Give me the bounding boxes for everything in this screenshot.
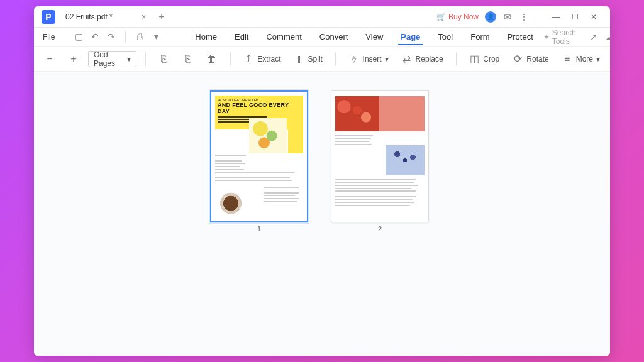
- separator: [125, 31, 126, 43]
- buy-now-label: Buy Now: [448, 13, 479, 21]
- tab-comment[interactable]: Comment: [258, 30, 309, 44]
- replace-icon: ⇄: [401, 53, 413, 65]
- maximize-button[interactable]: ☐: [566, 9, 584, 25]
- insert-icon: ⎀: [348, 53, 360, 65]
- buy-now-link[interactable]: 🛒 Buy Now: [436, 13, 479, 21]
- rotate-icon: ⟳: [512, 53, 523, 65]
- zoom-out-button[interactable]: −: [40, 51, 59, 67]
- page-number: 2: [378, 225, 382, 233]
- search-tools[interactable]: ✦ Search Tools: [543, 28, 582, 46]
- title-bar: P 02 Fruits.pdf * × + 🛒 Buy Now 👤 ✉ ⋮ — …: [34, 6, 610, 28]
- insert-page-button[interactable]: ⎘: [155, 51, 174, 67]
- separator: [538, 11, 538, 23]
- notification-icon[interactable]: ✉: [502, 12, 513, 22]
- add-tab-button[interactable]: +: [152, 11, 170, 23]
- page1-title: AND FEEL GOOD EVERY DAY: [218, 102, 301, 114]
- close-tab-icon[interactable]: ×: [142, 12, 147, 21]
- minimize-button[interactable]: —: [547, 9, 565, 25]
- tab-convert[interactable]: Convert: [312, 30, 356, 44]
- tab-protect[interactable]: Protect: [500, 30, 541, 44]
- page-copy-icon: ⎘: [182, 53, 194, 65]
- kebab-menu-icon[interactable]: ⋮: [519, 12, 529, 22]
- separator: [230, 52, 231, 66]
- trash-icon: 🗑: [206, 53, 218, 65]
- page1-sidebar: [288, 118, 303, 153]
- document-tab[interactable]: 02 Fruits.pdf * ×: [59, 8, 152, 26]
- page-grid: HOW TO EAT HEALTHY AND FEEL GOOD EVERY D…: [34, 72, 610, 356]
- tab-home[interactable]: Home: [187, 30, 225, 44]
- title-right-controls: 🛒 Buy Now 👤 ✉ ⋮ — ☐ ✕: [436, 9, 606, 25]
- tab-page[interactable]: Page: [393, 30, 428, 44]
- page-filter-dropdown[interactable]: Odd Pages ▾: [88, 51, 136, 67]
- page2-blueberries-image: [386, 145, 425, 175]
- tab-form[interactable]: Form: [463, 30, 497, 44]
- tab-title: 02 Fruits.pdf *: [65, 13, 113, 21]
- page-thumbnail[interactable]: 2: [331, 90, 429, 356]
- tab-view[interactable]: View: [358, 30, 391, 44]
- separator: [335, 52, 336, 66]
- rotate-button[interactable]: ⟳Rotate: [508, 51, 552, 67]
- crop-button[interactable]: ◫Crop: [465, 51, 503, 67]
- cart-icon: 🛒: [436, 13, 446, 21]
- save-icon[interactable]: ▢: [74, 31, 84, 41]
- more-dropdown[interactable]: ≡More▾: [558, 51, 604, 67]
- split-button[interactable]: ⫿Split: [290, 51, 326, 67]
- page-number: 1: [257, 225, 261, 233]
- close-window-button[interactable]: ✕: [585, 9, 602, 25]
- dropdown-icon[interactable]: ▾: [151, 31, 161, 41]
- crop-label: Crop: [483, 55, 499, 63]
- split-icon: ⫿: [294, 53, 305, 65]
- print-icon[interactable]: ⎙: [135, 31, 145, 41]
- menu-icon: ≡: [562, 53, 573, 65]
- app-logo[interactable]: P: [42, 10, 55, 24]
- page-add-icon: ⎘: [158, 53, 170, 65]
- zoom-in-button[interactable]: +: [64, 51, 83, 67]
- page-frame-2[interactable]: [331, 90, 429, 222]
- tab-tool[interactable]: Tool: [430, 30, 460, 44]
- split-label: Split: [308, 55, 323, 63]
- delete-page-button[interactable]: 🗑: [203, 51, 221, 67]
- crop-icon: ◫: [469, 53, 480, 65]
- page2-color-band: [379, 96, 425, 131]
- sparkle-icon: ✦: [543, 33, 550, 41]
- page-frame-1[interactable]: HOW TO EAT HEALTHY AND FEEL GOOD EVERY D…: [210, 90, 308, 222]
- page1-body-text: [215, 155, 303, 217]
- file-menu[interactable]: File: [39, 33, 58, 41]
- rotate-label: Rotate: [526, 55, 548, 63]
- chevron-down-icon: ▾: [127, 55, 131, 63]
- page2-oranges-image: [335, 96, 379, 131]
- page-toolbar: − + Odd Pages ▾ ⎘ ⎘ 🗑 ⤴Extract ⫿Split ⎀I…: [34, 47, 610, 72]
- plus-icon: +: [68, 53, 79, 65]
- insert-label: Insert: [363, 55, 382, 63]
- cloud-icon[interactable]: ☁: [605, 32, 610, 42]
- undo-icon[interactable]: ↶: [90, 31, 100, 41]
- extract-button[interactable]: ⤴Extract: [239, 51, 284, 67]
- more-label: More: [576, 55, 593, 63]
- user-avatar[interactable]: 👤: [485, 11, 496, 23]
- extract-label: Extract: [257, 55, 280, 63]
- chevron-down-icon: ▾: [596, 55, 600, 63]
- share-icon[interactable]: ↗: [590, 32, 597, 42]
- page1-coffee-image: [215, 189, 247, 217]
- separator: [456, 52, 457, 66]
- page1-citrus-image: [249, 118, 287, 153]
- chevron-down-icon: ▾: [385, 55, 389, 63]
- replace-label: Replace: [416, 55, 443, 63]
- redo-icon[interactable]: ↷: [106, 31, 116, 41]
- dropdown-value: Odd Pages: [94, 50, 127, 68]
- extract-icon: ⤴: [243, 53, 254, 65]
- page2-text-bottom: [335, 179, 425, 207]
- page-thumbnail[interactable]: HOW TO EAT HEALTHY AND FEEL GOOD EVERY D…: [210, 90, 308, 356]
- app-window: P 02 Fruits.pdf * × + 🛒 Buy Now 👤 ✉ ⋮ — …: [34, 6, 610, 356]
- insert-dropdown[interactable]: ⎀Insert▾: [345, 51, 392, 67]
- separator: [145, 52, 146, 66]
- search-tools-label: Search Tools: [552, 28, 582, 46]
- replace-button[interactable]: ⇄Replace: [397, 51, 447, 67]
- minus-icon: −: [44, 53, 55, 65]
- duplicate-page-button[interactable]: ⎘: [179, 51, 197, 67]
- menu-bar: File ▢ ↶ ↷ ⎙ ▾ Home Edit Comment Convert…: [34, 28, 610, 47]
- tab-edit[interactable]: Edit: [227, 30, 256, 44]
- menu-tabs: Home Edit Comment Convert View Page Tool…: [187, 30, 540, 44]
